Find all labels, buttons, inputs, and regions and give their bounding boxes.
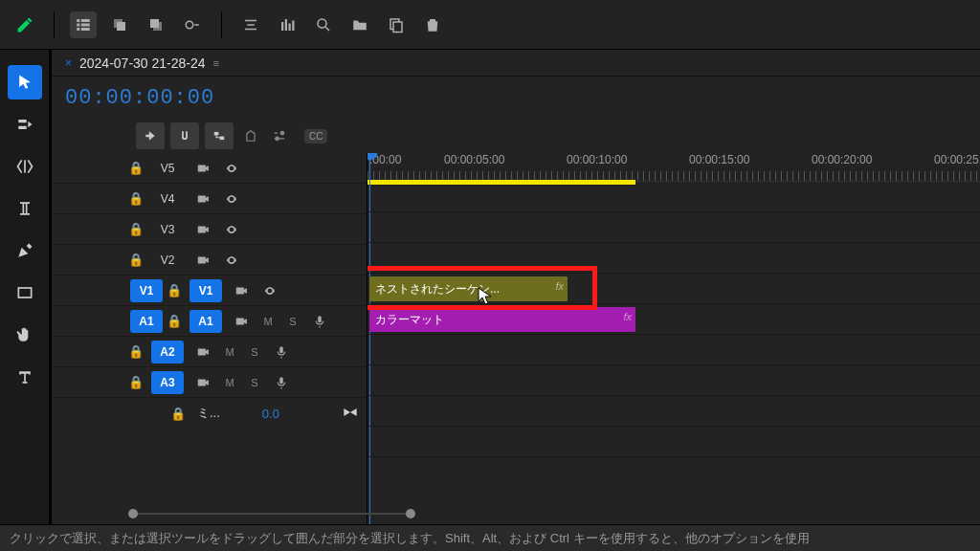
track-v5[interactable]: 🔒V5: [52, 153, 367, 184]
stack-back-icon[interactable]: [106, 11, 133, 38]
mic-icon[interactable]: [310, 315, 329, 328]
svg-rect-2: [77, 23, 79, 26]
svg-rect-0: [77, 19, 79, 22]
bars-icon[interactable]: [274, 11, 301, 38]
svg-rect-1: [81, 19, 90, 22]
razor-tool[interactable]: [8, 191, 42, 226]
track-a3[interactable]: 🔒A3MS: [52, 367, 367, 398]
track-v4[interactable]: 🔒V4: [52, 184, 367, 214]
svg-rect-4: [77, 28, 79, 31]
svg-rect-30: [236, 318, 244, 324]
svg-rect-13: [245, 28, 256, 30]
track-v1[interactable]: V1🔒V1: [52, 276, 367, 306]
svg-rect-20: [393, 22, 402, 33]
time-ruler[interactable]: :00:00 00:00:05:00 00:00:10:00 00:00:15:…: [368, 153, 980, 182]
bowtie-icon[interactable]: [343, 407, 358, 421]
source-patch-a1[interactable]: A1: [130, 310, 163, 333]
tool-palette: [0, 50, 50, 524]
mute-button[interactable]: M: [260, 316, 276, 327]
trash-icon[interactable]: [419, 11, 446, 38]
stack-front-icon[interactable]: [143, 11, 169, 38]
svg-rect-11: [245, 19, 256, 21]
svg-rect-12: [247, 24, 255, 26]
lock-icon[interactable]: 🔒: [128, 161, 142, 175]
svg-rect-14: [281, 22, 283, 31]
svg-rect-25: [198, 165, 206, 171]
track-header-area: 🔒V5 🔒V4 🔒V3 🔒V2 V1🔒V1 A1🔒A1MS 🔒A2MS 🔒A3M…: [52, 153, 368, 524]
settings-button[interactable]: [268, 122, 291, 149]
circle-icon[interactable]: [179, 11, 206, 38]
clip-color-matte[interactable]: カラーマット fx: [369, 307, 635, 332]
pen-tool-icon[interactable]: [11, 11, 38, 38]
snap-button[interactable]: [170, 122, 199, 149]
timeline-content[interactable]: :00:00 00:00:05:00 00:00:10:00 00:00:15:…: [368, 153, 980, 524]
mix-track[interactable]: 🔒ミ...0.0: [52, 398, 367, 429]
timecode-display[interactable]: 00:00:00:00: [65, 86, 214, 110]
rectangle-tool[interactable]: [8, 276, 42, 310]
svg-rect-28: [198, 256, 206, 263]
svg-rect-5: [81, 28, 90, 31]
hand-tool[interactable]: [8, 318, 42, 352]
svg-rect-27: [198, 226, 206, 232]
insert-mode-button[interactable]: [136, 122, 165, 149]
track-a2[interactable]: 🔒A2MS: [52, 337, 367, 367]
eye-icon[interactable]: [222, 162, 241, 175]
track-v3[interactable]: 🔒V3: [52, 214, 367, 245]
svg-rect-31: [198, 348, 206, 355]
svg-rect-9: [150, 19, 159, 28]
type-tool[interactable]: [8, 360, 42, 394]
ripple-edit-tool[interactable]: [8, 149, 42, 184]
source-patch-v1[interactable]: V1: [130, 279, 163, 302]
svg-rect-16: [289, 23, 291, 31]
close-icon[interactable]: ×: [65, 56, 72, 70]
folder-icon[interactable]: [346, 11, 373, 38]
svg-rect-22: [18, 288, 31, 298]
timeline-panel: × 2024-07-30 21-28-24 ≡ 00:00:00:00 CC 🔒…: [50, 50, 980, 524]
track-v2[interactable]: 🔒V2: [52, 245, 367, 276]
track-a1[interactable]: A1🔒A1MS: [52, 306, 367, 337]
copy-icon[interactable]: [383, 11, 410, 38]
svg-rect-21: [24, 160, 26, 172]
svg-rect-32: [198, 379, 206, 386]
zoom-scrollbar[interactable]: [128, 509, 415, 518]
svg-rect-26: [198, 195, 206, 202]
svg-rect-17: [292, 20, 294, 31]
list-view-icon[interactable]: [70, 11, 97, 38]
cc-badge[interactable]: CC: [304, 129, 327, 143]
pen-tool[interactable]: [8, 233, 42, 268]
sequence-tab[interactable]: × 2024-07-30 21-28-24 ≡: [52, 50, 980, 77]
svg-rect-29: [236, 287, 244, 294]
svg-rect-7: [117, 22, 125, 31]
sequence-name: 2024-07-30 21-28-24: [79, 55, 206, 71]
toggle-output-icon[interactable]: [193, 162, 212, 175]
marker-button[interactable]: [239, 122, 262, 149]
solo-button[interactable]: S: [285, 316, 301, 327]
align-icon[interactable]: [237, 11, 264, 38]
track-select-tool[interactable]: [8, 107, 42, 142]
top-toolbar: [0, 0, 980, 50]
search-icon[interactable]: [310, 11, 337, 38]
status-bar: クリックで選択、または選択ツールをドラッグして囲んだ部分を選択します。Shift…: [0, 524, 980, 551]
svg-point-10: [186, 21, 193, 29]
svg-rect-3: [81, 23, 90, 26]
linked-selection-button[interactable]: [205, 122, 234, 149]
svg-point-18: [318, 19, 326, 28]
tab-menu-icon[interactable]: ≡: [213, 57, 219, 69]
clip-nested-sequence[interactable]: ネストされたシーケン... fx: [369, 276, 568, 301]
selection-tool[interactable]: [8, 65, 42, 99]
svg-rect-23: [214, 132, 219, 136]
svg-rect-15: [285, 19, 287, 31]
